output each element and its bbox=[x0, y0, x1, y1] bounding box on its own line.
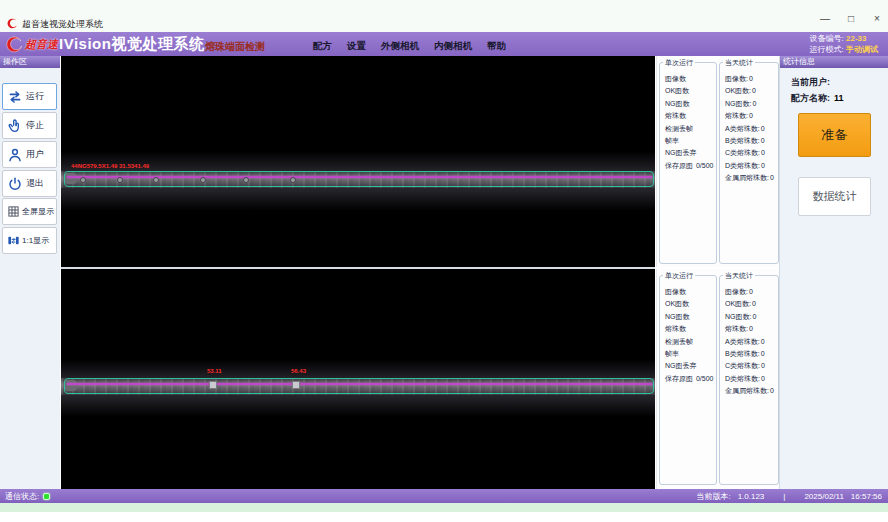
maximize-button[interactable]: □ bbox=[842, 11, 860, 27]
stat-row: NG图丢弃 bbox=[665, 360, 716, 372]
exit-button-label: 退出 bbox=[26, 177, 44, 190]
grid-icon bbox=[7, 205, 20, 218]
menu-bar: 配方 设置 外侧相机 内侧相机 帮助 bbox=[313, 40, 506, 53]
measurement-marker bbox=[209, 381, 217, 389]
stat-row-save: 保存原图 0/500 bbox=[665, 373, 716, 385]
stat-row: OK图数:0 bbox=[725, 298, 778, 310]
run-button-label: 运行 bbox=[26, 90, 44, 103]
measurement-value-1: 53.11 bbox=[207, 368, 222, 374]
camera-view-top: 44NG579.5X1.49 31.5341.49 bbox=[61, 56, 655, 267]
data-statistics-button[interactable]: 数据统计 bbox=[798, 177, 871, 216]
stat-row: 检测丢帧 bbox=[665, 123, 716, 135]
app-title: IVision视觉处理系统 bbox=[59, 35, 204, 54]
status-separator: | bbox=[783, 492, 785, 501]
minimize-button[interactable]: — bbox=[816, 11, 834, 27]
one-to-one-button-label: 1:1显示 bbox=[22, 235, 49, 246]
today-stats-title: 当天统计 bbox=[723, 271, 755, 280]
stat-row: 检测丢帧 bbox=[665, 336, 716, 348]
stat-row-save: 保存原图 0/500 bbox=[665, 160, 716, 172]
status-time: 16:57:56 bbox=[851, 492, 882, 501]
bead-seam-line bbox=[67, 383, 652, 385]
stat-row: NG图丢弃 bbox=[665, 147, 716, 159]
stat-row: 帧率 bbox=[665, 135, 716, 147]
fullscreen-button-label: 全屏显示 bbox=[22, 206, 54, 217]
version-label: 当前版本: bbox=[696, 491, 730, 502]
stat-row: NG图数:0 bbox=[725, 98, 778, 110]
sync-icon bbox=[7, 89, 23, 105]
user-button[interactable]: 用户 bbox=[2, 141, 57, 168]
sidebar-title: 操作区 bbox=[0, 56, 60, 68]
stat-row: D类熔珠数:0 bbox=[725, 373, 778, 385]
stop-button-label: 停止 bbox=[26, 119, 44, 132]
close-button[interactable]: × bbox=[868, 11, 886, 27]
stats-region-bottom: 单次运行 图像数 OK图数 NG图数 熔珠数 检测丢帧 帧率 NG图丢弃 保存原… bbox=[656, 269, 780, 489]
app-header: 超音速 IVision视觉处理系统 熔珠端面检测 配方 设置 外侧相机 内侧相机… bbox=[0, 32, 888, 56]
desktop-strip bbox=[0, 503, 888, 512]
status-bar: 通信状态: 当前版本: 1.0.123 | 2025/02/11 16:57:5… bbox=[0, 489, 888, 503]
stat-row: 帧率 bbox=[665, 348, 716, 360]
recipe-name-label: 配方名称: bbox=[791, 93, 830, 103]
stat-row: 金属屑熔珠数:0 bbox=[725, 385, 778, 397]
today-stats-title: 当天统计 bbox=[723, 58, 755, 67]
window-controls: — □ × bbox=[816, 11, 886, 27]
strip-marker-dot bbox=[290, 177, 296, 183]
strip-marker-dot bbox=[117, 177, 123, 183]
stat-row: D类熔珠数:0 bbox=[725, 160, 778, 172]
current-user-row: 当前用户: bbox=[791, 76, 834, 89]
recipe-name-value: 11 bbox=[834, 93, 844, 103]
stat-row: 图像数 bbox=[665, 286, 716, 298]
stop-button[interactable]: 停止 bbox=[2, 112, 57, 139]
app-window: 超音速视觉处理系统 — □ × 超音速 IVision视觉处理系统 熔珠端面检测… bbox=[0, 0, 888, 522]
app-logo-icon bbox=[7, 18, 18, 29]
window-title-bar: 超音速视觉处理系统 — □ × bbox=[0, 0, 888, 32]
stat-row: A类熔珠数:0 bbox=[725, 336, 778, 348]
menu-recipe[interactable]: 配方 bbox=[313, 40, 332, 53]
comm-status-label: 通信状态: bbox=[5, 491, 39, 502]
current-user-label: 当前用户: bbox=[791, 77, 830, 87]
strip-marker-dot bbox=[80, 177, 86, 183]
strip-marker-dot bbox=[200, 177, 206, 183]
stat-row: OK图数 bbox=[665, 298, 716, 310]
stat-row: A类熔珠数:0 bbox=[725, 123, 778, 135]
brand-logo: 超音速 bbox=[6, 31, 58, 57]
app-subtitle: 熔珠端面检测 bbox=[205, 40, 265, 54]
stat-row: 金属屑熔珠数:0 bbox=[725, 172, 778, 184]
stat-row: B类熔珠数:0 bbox=[725, 348, 778, 360]
strip-marker-dot bbox=[153, 177, 159, 183]
stat-row: 图像数:0 bbox=[725, 286, 778, 298]
one-to-one-button[interactable]: 1:1显示 bbox=[2, 227, 57, 254]
menu-settings[interactable]: 设置 bbox=[347, 40, 366, 53]
stat-row: OK图数 bbox=[665, 85, 716, 97]
stat-row: C类熔珠数:0 bbox=[725, 360, 778, 372]
stat-row: 图像数:0 bbox=[725, 73, 778, 85]
fullscreen-button[interactable]: 全屏显示 bbox=[2, 198, 57, 225]
info-panel: 统计信息 当前用户: 配方名称:11 准备 数据统计 bbox=[779, 56, 888, 489]
user-icon bbox=[7, 147, 23, 163]
prepare-button[interactable]: 准备 bbox=[798, 113, 871, 157]
run-mode-label: 运行模式: bbox=[810, 45, 844, 54]
exit-button[interactable]: 退出 bbox=[2, 170, 57, 197]
device-info: 设备编号: 22-33 运行模式: 手动调试 bbox=[810, 33, 878, 55]
menu-inner-camera[interactable]: 内侧相机 bbox=[434, 40, 472, 53]
stat-row: 熔珠数:0 bbox=[725, 110, 778, 122]
info-panel-title: 统计信息 bbox=[780, 56, 888, 68]
single-run-title: 单次运行 bbox=[663, 271, 695, 280]
single-run-group: 单次运行 图像数 OK图数 NG图数 熔珠数 检测丢帧 帧率 NG图丢弃 保存原… bbox=[659, 62, 717, 264]
menu-help[interactable]: 帮助 bbox=[487, 40, 506, 53]
stat-row: NG图数:0 bbox=[725, 311, 778, 323]
stat-row: B类熔珠数:0 bbox=[725, 135, 778, 147]
today-stats-group: 当天统计 图像数:0 OK图数:0 NG图数:0 熔珠数:0 A类熔珠数:0 B… bbox=[719, 62, 779, 264]
run-button[interactable]: 运行 bbox=[2, 83, 57, 110]
stat-row: 熔珠数 bbox=[665, 323, 716, 335]
device-number-label: 设备编号: bbox=[810, 34, 844, 43]
stat-row: 熔珠数:0 bbox=[725, 323, 778, 335]
stat-row: 图像数 bbox=[665, 73, 716, 85]
stat-row: NG图数 bbox=[665, 311, 716, 323]
version-and-time: 当前版本: 1.0.123 | 2025/02/11 16:57:56 bbox=[696, 489, 882, 503]
menu-outer-camera[interactable]: 外侧相机 bbox=[381, 40, 419, 53]
measurement-annotation: 44NG579.5X1.49 31.5341.49 bbox=[71, 163, 149, 169]
operation-sidebar: 操作区 运行 停止 bbox=[0, 56, 60, 489]
measurement-marker bbox=[292, 381, 300, 389]
power-icon bbox=[7, 176, 23, 192]
user-button-label: 用户 bbox=[26, 148, 44, 161]
